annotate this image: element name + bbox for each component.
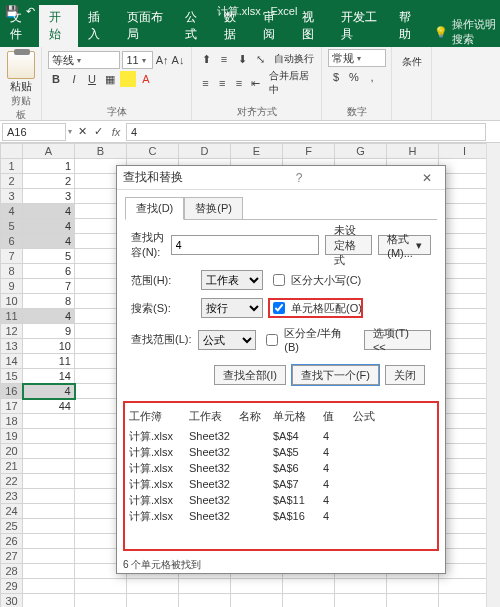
row-header-3[interactable]: 3 bbox=[1, 189, 23, 204]
lookin-select[interactable]: 公式 bbox=[198, 330, 257, 350]
find-all-button[interactable]: 查找全部(I) bbox=[214, 365, 286, 385]
vertical-scrollbar[interactable] bbox=[486, 143, 500, 607]
row-header-26[interactable]: 26 bbox=[1, 534, 23, 549]
row-header-19[interactable]: 19 bbox=[1, 429, 23, 444]
row-header-22[interactable]: 22 bbox=[1, 474, 23, 489]
percent-icon[interactable]: % bbox=[346, 69, 362, 85]
row-header-23[interactable]: 23 bbox=[1, 489, 23, 504]
cell-F29[interactable] bbox=[283, 579, 335, 594]
cell-E30[interactable] bbox=[231, 594, 283, 608]
paste-icon[interactable] bbox=[7, 51, 35, 79]
result-row[interactable]: 计算.xlsxSheet32$A$114 bbox=[129, 492, 433, 508]
cell-I27[interactable] bbox=[439, 549, 491, 564]
cell-A4[interactable]: 4 bbox=[23, 204, 75, 219]
row-header-18[interactable]: 18 bbox=[1, 414, 23, 429]
cell-I17[interactable] bbox=[439, 399, 491, 414]
cell-B29[interactable] bbox=[75, 579, 127, 594]
fx-icon[interactable]: fx bbox=[106, 126, 126, 138]
cell-I29[interactable] bbox=[439, 579, 491, 594]
cell-I22[interactable] bbox=[439, 474, 491, 489]
cell-I18[interactable] bbox=[439, 414, 491, 429]
help-icon[interactable]: ? bbox=[296, 171, 303, 185]
row-header-17[interactable]: 17 bbox=[1, 399, 23, 414]
row-header-13[interactable]: 13 bbox=[1, 339, 23, 354]
font-color-button[interactable]: A bbox=[138, 71, 154, 87]
cell-A11[interactable]: 4 bbox=[23, 309, 75, 324]
cell-A13[interactable]: 10 bbox=[23, 339, 75, 354]
border-button[interactable]: ▦ bbox=[102, 71, 118, 87]
result-row[interactable]: 计算.xlsxSheet32$A$74 bbox=[129, 476, 433, 492]
row-header-11[interactable]: 11 bbox=[1, 309, 23, 324]
align-center-icon[interactable]: ≡ bbox=[215, 75, 230, 91]
cell-A27[interactable] bbox=[23, 549, 75, 564]
cell-I15[interactable] bbox=[439, 369, 491, 384]
currency-icon[interactable]: $ bbox=[328, 69, 344, 85]
cell-I23[interactable] bbox=[439, 489, 491, 504]
row-header-7[interactable]: 7 bbox=[1, 249, 23, 264]
cell-I26[interactable] bbox=[439, 534, 491, 549]
cell-A18[interactable] bbox=[23, 414, 75, 429]
cell-A30[interactable] bbox=[23, 594, 75, 608]
cancel-icon[interactable]: ✕ bbox=[74, 124, 90, 140]
cell-I10[interactable] bbox=[439, 294, 491, 309]
orientation-icon[interactable]: ⤡ bbox=[252, 51, 268, 67]
row-header-9[interactable]: 9 bbox=[1, 279, 23, 294]
find-next-button[interactable]: 查找下一个(F) bbox=[292, 365, 379, 385]
align-left-icon[interactable]: ≡ bbox=[198, 75, 213, 91]
cell-I9[interactable] bbox=[439, 279, 491, 294]
col-header-B[interactable]: B bbox=[75, 144, 127, 159]
namebox-dropdown-icon[interactable]: ▾ bbox=[66, 127, 74, 136]
col-header-D[interactable]: D bbox=[179, 144, 231, 159]
formula-bar[interactable]: 4 bbox=[126, 123, 486, 141]
cell-I28[interactable] bbox=[439, 564, 491, 579]
tab-home[interactable]: 开始 bbox=[39, 5, 78, 47]
match-width-checkbox[interactable] bbox=[266, 334, 278, 346]
cond-format-button[interactable]: 条件 bbox=[398, 49, 425, 69]
align-right-icon[interactable]: ≡ bbox=[231, 75, 246, 91]
font-name-combo[interactable]: 等线▾ bbox=[48, 51, 120, 69]
col-header-A[interactable]: A bbox=[23, 144, 75, 159]
search-order-select[interactable]: 按行 bbox=[201, 298, 263, 318]
result-row[interactable]: 计算.xlsxSheet32$A$164 bbox=[129, 508, 433, 524]
cell-C29[interactable] bbox=[127, 579, 179, 594]
cell-I6[interactable] bbox=[439, 234, 491, 249]
within-select[interactable]: 工作表 bbox=[201, 270, 263, 290]
cell-A6[interactable]: 4 bbox=[23, 234, 75, 249]
row-header-21[interactable]: 21 bbox=[1, 459, 23, 474]
row-header-16[interactable]: 16 bbox=[1, 384, 23, 399]
cell-A22[interactable] bbox=[23, 474, 75, 489]
row-header-15[interactable]: 15 bbox=[1, 369, 23, 384]
cell-A24[interactable] bbox=[23, 504, 75, 519]
cell-A26[interactable] bbox=[23, 534, 75, 549]
cell-A10[interactable]: 8 bbox=[23, 294, 75, 309]
cell-I3[interactable] bbox=[439, 189, 491, 204]
row-header-2[interactable]: 2 bbox=[1, 174, 23, 189]
tell-me[interactable]: 💡 操作说明搜索 bbox=[434, 17, 500, 47]
select-all-corner[interactable] bbox=[1, 144, 23, 159]
cell-A2[interactable]: 2 bbox=[23, 174, 75, 189]
cell-A25[interactable] bbox=[23, 519, 75, 534]
close-button[interactable]: 关闭 bbox=[385, 365, 425, 385]
cell-A20[interactable] bbox=[23, 444, 75, 459]
cell-D30[interactable] bbox=[179, 594, 231, 608]
font-size-combo[interactable]: 11▾ bbox=[122, 51, 153, 69]
close-icon[interactable]: ✕ bbox=[415, 171, 439, 185]
cell-A5[interactable]: 4 bbox=[23, 219, 75, 234]
underline-button[interactable]: U bbox=[84, 71, 100, 87]
row-header-5[interactable]: 5 bbox=[1, 219, 23, 234]
cell-I30[interactable] bbox=[439, 594, 491, 608]
row-header-12[interactable]: 12 bbox=[1, 324, 23, 339]
cell-I21[interactable] bbox=[439, 459, 491, 474]
cell-I2[interactable] bbox=[439, 174, 491, 189]
result-row[interactable]: 计算.xlsxSheet32$A$54 bbox=[129, 444, 433, 460]
match-case-checkbox[interactable] bbox=[273, 274, 285, 286]
tab-file[interactable]: 文件 bbox=[0, 5, 39, 47]
row-header-25[interactable]: 25 bbox=[1, 519, 23, 534]
cell-I8[interactable] bbox=[439, 264, 491, 279]
cell-I24[interactable] bbox=[439, 504, 491, 519]
row-header-4[interactable]: 4 bbox=[1, 204, 23, 219]
cell-A8[interactable]: 6 bbox=[23, 264, 75, 279]
cell-A12[interactable]: 9 bbox=[23, 324, 75, 339]
cell-G29[interactable] bbox=[335, 579, 387, 594]
wrap-text-button[interactable]: 自动换行 bbox=[274, 52, 314, 66]
